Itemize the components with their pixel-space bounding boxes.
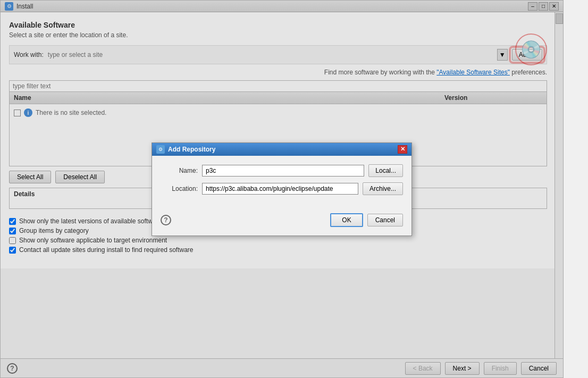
local-button[interactable]: Local... [368, 164, 403, 177]
ok-button[interactable]: OK [330, 213, 363, 227]
main-window: ⚙ Install – □ ✕ 💿 Available Software Sel… [0, 0, 564, 378]
dialog-footer: ? OK Cancel [152, 209, 411, 236]
archive-button[interactable]: Archive... [363, 182, 403, 195]
dialog-body: Name: Local... Location: Archive... [152, 156, 411, 209]
dialog-close-button[interactable]: ✕ [398, 145, 407, 154]
location-input[interactable] [202, 183, 358, 195]
name-input[interactable] [202, 165, 364, 177]
name-label: Name: [161, 167, 198, 174]
add-repository-dialog: ⚙ Add Repository ✕ Name: Local... Locati… [152, 142, 412, 236]
location-row: Location: Archive... [161, 182, 403, 195]
dialog-cancel-button[interactable]: Cancel [367, 214, 403, 226]
location-label: Location: [161, 185, 198, 192]
dialog-overlay: ⚙ Add Repository ✕ Name: Local... Locati… [1, 1, 563, 377]
dialog-title-text: Add Repository [168, 146, 398, 153]
dialog-help-button[interactable]: ? [161, 215, 171, 225]
dialog-title-bar: ⚙ Add Repository ✕ [152, 143, 411, 156]
name-row: Name: Local... [161, 164, 403, 177]
dialog-title-icon: ⚙ [156, 145, 165, 154]
